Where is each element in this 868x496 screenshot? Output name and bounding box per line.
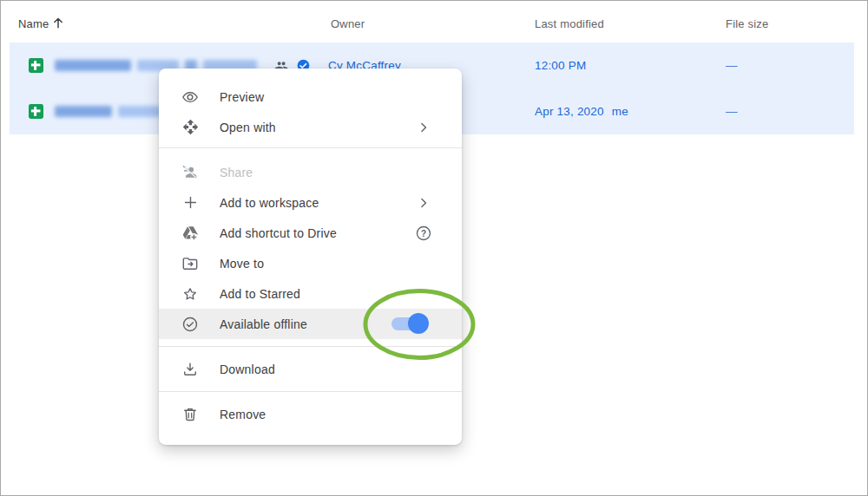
menu-item-label: Remove	[220, 408, 266, 421]
submenu-chevron-icon	[415, 194, 432, 212]
menu-item-share: Share	[159, 157, 462, 187]
menu-item-label: Add to Starred	[220, 287, 300, 301]
menu-item-add-to-starred[interactable]: Add to Starred	[159, 278, 462, 309]
menu-item-download[interactable]: Download	[159, 354, 462, 384]
menu-item-label: Open with	[220, 121, 276, 134]
column-header-file-size[interactable]: File size	[726, 17, 768, 30]
menu-item-open-with[interactable]: Open with	[159, 112, 462, 142]
modified-by: me	[612, 105, 628, 118]
menu-item-add-to-workspace[interactable]: Add to workspace	[159, 187, 462, 218]
menu-item-remove[interactable]: Remove	[159, 399, 462, 429]
menu-item-move-to[interactable]: Move to	[159, 248, 462, 278]
menu-group-open: Preview Open with	[159, 69, 462, 147]
trash-icon	[181, 406, 199, 423]
column-header-name[interactable]: Name	[18, 17, 49, 30]
redacted-file-name	[55, 106, 161, 117]
offline-pin-icon	[181, 316, 199, 333]
column-header-owner[interactable]: Owner	[331, 17, 365, 30]
sort-ascending-icon[interactable]	[49, 14, 67, 31]
google-sheets-icon	[29, 104, 43, 119]
plus-icon	[181, 194, 199, 212]
share-disabled-icon	[181, 164, 199, 181]
help-glyph: ?	[421, 228, 426, 238]
column-header-last-modified[interactable]: Last modified	[535, 17, 604, 30]
modified-date: Apr 13, 2020	[535, 105, 604, 118]
toggle-knob	[408, 313, 429, 334]
file-size-cell: —	[726, 59, 738, 72]
menu-group-download: Download	[159, 347, 462, 391]
context-menu: Preview Open with	[159, 69, 462, 445]
list-header: Name Owner Last modified File size	[1, 1, 867, 42]
star-icon	[181, 285, 199, 303]
drive-shortcut-icon	[181, 225, 199, 242]
last-modified-cell: 12:00 PM	[535, 59, 586, 72]
menu-group-remove: Remove	[159, 392, 462, 445]
menu-item-available-offline[interactable]: Available offline	[159, 309, 462, 339]
open-with-icon	[181, 119, 199, 136]
menu-item-label: Add shortcut to Drive	[220, 226, 337, 240]
drive-file-list-window: Name Owner Last modified File size	[0, 0, 868, 496]
menu-item-label: Available offline	[220, 317, 307, 331]
eye-icon	[181, 88, 199, 106]
download-icon	[181, 361, 199, 378]
help-icon[interactable]: ?	[415, 225, 432, 242]
menu-item-label: Share	[220, 166, 253, 179]
file-size-cell: —	[726, 105, 738, 118]
menu-group-organize: Share Add to workspace	[159, 148, 462, 346]
last-modified-cell: Apr 13, 2020me	[535, 105, 628, 118]
menu-item-add-shortcut-to-drive[interactable]: Add shortcut to Drive ?	[159, 218, 462, 248]
folder-move-icon	[181, 255, 199, 272]
submenu-chevron-icon	[415, 119, 432, 136]
menu-item-label: Preview	[220, 90, 264, 104]
menu-item-preview[interactable]: Preview	[159, 82, 462, 112]
google-sheets-icon	[29, 58, 43, 73]
menu-item-label: Add to workspace	[220, 196, 319, 210]
menu-item-label: Move to	[220, 257, 264, 271]
menu-item-label: Download	[220, 362, 275, 376]
available-offline-toggle[interactable]	[391, 317, 426, 330]
